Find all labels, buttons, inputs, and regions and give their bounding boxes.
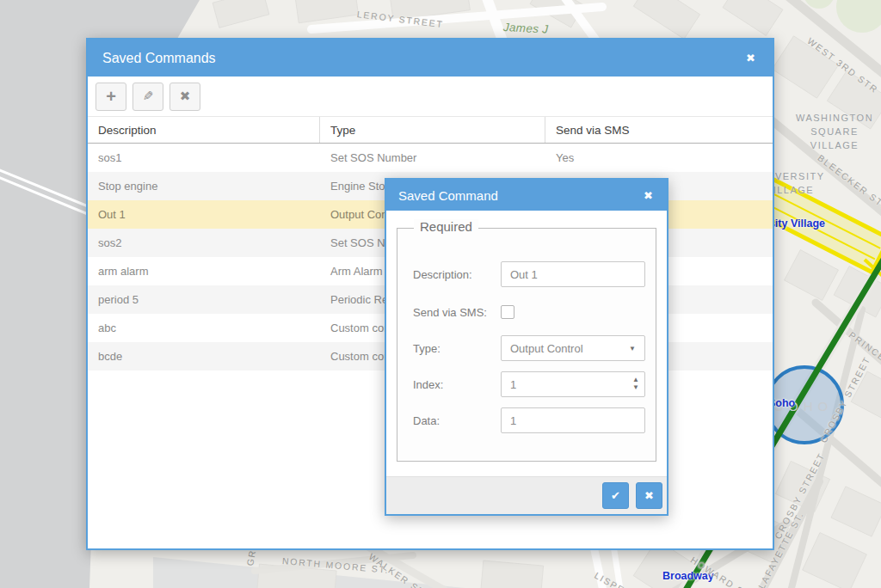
form-footer: ✔ ✖ [386, 476, 667, 514]
close-icon[interactable]: ✖ [742, 52, 759, 64]
table-row[interactable]: sos1 Set SOS Number Yes [88, 144, 773, 172]
data-field[interactable] [501, 407, 645, 433]
chevron-down-icon: ▼ [629, 345, 636, 352]
data-row: Data: [413, 407, 645, 433]
type-row: Type: Output Control ▼ [413, 335, 645, 361]
cell-description: period 5 [88, 293, 320, 306]
type-select-value: Output Control [510, 342, 629, 355]
index-stepper[interactable] [501, 371, 645, 397]
cell-description: sos2 [88, 236, 320, 249]
cell-description: arm alarm [88, 265, 320, 278]
column-header-description[interactable]: Description [88, 117, 320, 143]
edit-command-button[interactable]: ✎ [132, 83, 163, 111]
stepper-arrows[interactable]: ▲ ▼ [632, 376, 639, 391]
index-label: Index: [413, 378, 443, 391]
sms-label: Send via SMS: [413, 306, 487, 319]
sms-row: Send via SMS: [413, 299, 645, 325]
arrow-up-icon[interactable]: ▲ [632, 376, 639, 383]
cell-sms: Yes [545, 151, 773, 164]
index-row: Index: ▲ ▼ [413, 371, 645, 397]
area-label: WASHINGTON SQUARE VILLAGE [785, 112, 881, 153]
commands-toolbar: + ✎ ✖ [88, 77, 773, 116]
column-header-type[interactable]: Type [320, 117, 545, 143]
cell-description: bcde [88, 350, 320, 363]
column-header-sms[interactable]: Send via SMS [545, 117, 773, 143]
check-icon: ✔ [611, 489, 620, 502]
type-label: Type: [413, 342, 440, 355]
cell-description: Stop engine [88, 180, 320, 193]
dialog-title: Saved Command [398, 188, 640, 203]
description-row: Description: [413, 261, 645, 287]
cancel-button[interactable]: ✖ [636, 482, 662, 509]
dialog-titlebar[interactable]: Saved Commands ✖ [88, 40, 773, 77]
data-label: Data: [413, 414, 440, 427]
pencil-icon: ✎ [143, 89, 154, 104]
plus-icon: + [106, 88, 116, 105]
sms-checkbox[interactable] [501, 305, 514, 319]
arrow-down-icon[interactable]: ▼ [632, 383, 639, 391]
table-header: Description Type Send via SMS [88, 116, 773, 144]
close-icon[interactable]: ✖ [640, 189, 656, 202]
cell-description: abc [88, 322, 320, 334]
description-label: Description: [413, 268, 472, 281]
type-select[interactable]: Output Control ▼ [501, 335, 645, 361]
app-window: LEROY STREET James J WEST 3RD STR WASHIN… [0, 0, 881, 588]
dialog-title: Saved Commands [102, 51, 742, 66]
fieldset-legend: Required [414, 219, 478, 234]
cell-type: Set SOS Number [320, 151, 545, 164]
saved-command-form-dialog: Saved Command ✖ Required Description: Se… [385, 178, 668, 516]
add-command-button[interactable]: + [95, 83, 126, 111]
description-field[interactable] [501, 261, 645, 287]
confirm-button[interactable]: ✔ [602, 482, 629, 509]
cell-description: sos1 [88, 151, 320, 164]
delete-command-button[interactable]: ✖ [169, 83, 200, 111]
cell-description: Out 1 [88, 208, 320, 221]
delete-icon: ✖ [180, 89, 191, 104]
dialog-titlebar[interactable]: Saved Command ✖ [386, 180, 667, 211]
close-icon: ✖ [644, 489, 654, 502]
park-label: James J [503, 21, 549, 36]
